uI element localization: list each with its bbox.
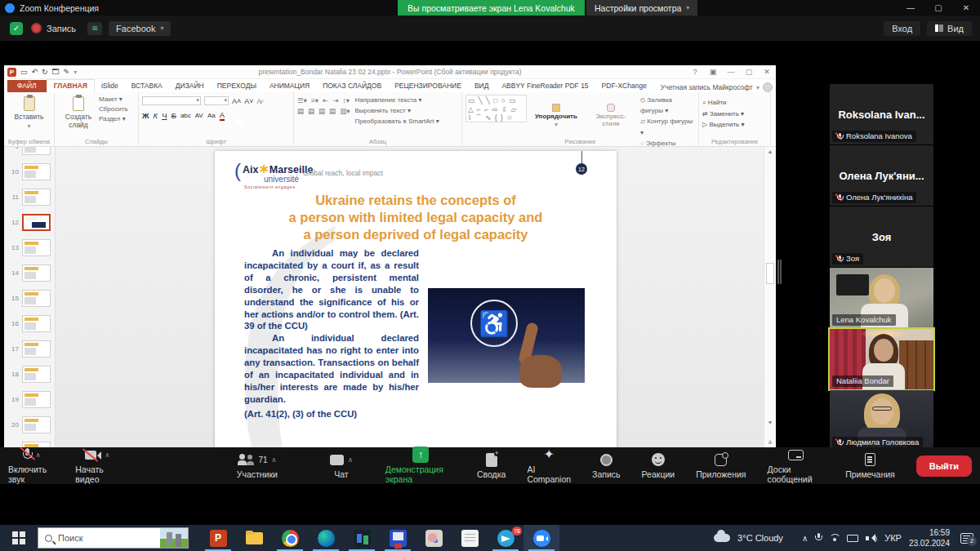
view-settings-button[interactable]: Настройки просмотра ▾ <box>586 0 697 16</box>
ppt-minimize-button[interactable]: — <box>722 68 740 76</box>
unmute-button[interactable]: ∧ Включить звук <box>8 447 54 484</box>
shape-fill-button[interactable]: ◇ Заливка фигуры ▾ <box>640 95 695 116</box>
ms-account-button[interactable]: Учетная запись Майкрософт ▾ <box>661 82 773 92</box>
smartart-button[interactable]: Преобразовать в SmartArt ▾ <box>354 116 439 127</box>
change-case-button[interactable]: Aa <box>207 112 216 119</box>
thumbnail-slide-15[interactable]: 15 <box>4 286 56 310</box>
chat-button[interactable]: ∧ Чат <box>330 452 353 479</box>
layout-button[interactable]: Макет ▾ <box>99 95 128 104</box>
thumbnail-slide-17[interactable]: 17 <box>4 336 56 361</box>
audio-options-chevron[interactable]: ∧ <box>36 451 41 459</box>
start-button[interactable] <box>0 525 38 551</box>
start-video-button[interactable]: ∧ Начать видео <box>75 447 119 484</box>
slide-thumbnail-panel[interactable]: 9 10 11 12 13 14 15 16 1 <box>4 147 56 460</box>
taskbar-telegram[interactable]: 78 <box>488 525 523 551</box>
wifi-icon[interactable] <box>829 534 840 542</box>
clear-formatting-icon[interactable]: A̷ <box>257 97 262 105</box>
minimize-button[interactable]: — <box>897 0 924 16</box>
reactions-button[interactable]: Реакции <box>642 452 675 479</box>
taskbar-zoom[interactable] <box>523 525 559 551</box>
grow-font-icon[interactable]: A˄ <box>232 97 241 105</box>
ppt-close-button[interactable]: ✕ <box>758 68 776 76</box>
participant-tile-lena-video[interactable]: Lena Kovalchuk <box>830 268 933 328</box>
arrange-button[interactable]: Упорядочить ▾ <box>531 95 581 136</box>
shape-outline-button[interactable]: ▱ Контур фигуры ▾ <box>640 116 695 137</box>
current-slide[interactable]: ( ( Aix∗Marseille université Socialement… <box>215 151 617 454</box>
taskbar-powerpoint[interactable]: P <box>200 525 236 551</box>
search-highlight-image[interactable] <box>160 528 188 548</box>
tab-slideshow[interactable]: ПОКАЗ СЛАЙДОВ <box>316 80 388 92</box>
participant-tile-olena[interactable]: Олена Лук'яни... Олена Лук'янихіна <box>830 145 933 206</box>
facebook-stream-button[interactable]: Facebook ▾ <box>109 21 171 36</box>
thumbnail-slide-14[interactable]: 14 <box>4 260 56 285</box>
replace-button[interactable]: ⇄ Заменить ▾ <box>702 109 767 120</box>
scroll-down-icon[interactable]: ▼ <box>764 420 776 425</box>
thumbnail-slide-13[interactable]: 13 <box>4 235 56 260</box>
slide-editor-canvas[interactable]: ( ( Aix∗Marseille université Socialement… <box>56 147 764 460</box>
font-size-combobox[interactable] <box>204 96 229 105</box>
notes-button[interactable]: Примечания <box>845 452 895 479</box>
security-shield-icon[interactable]: ✓ <box>10 22 23 35</box>
keyboard-icon[interactable] <box>847 535 858 542</box>
taskbar-explorer[interactable] <box>236 525 272 551</box>
strikethrough-button[interactable]: S <box>172 111 176 120</box>
scroll-up-icon[interactable]: ▲ <box>764 149 776 154</box>
indent-decrease-icon[interactable]: ⇤ <box>323 96 328 104</box>
tab-animations[interactable]: АНИМАЦИЯ <box>263 80 316 92</box>
share-screen-button[interactable]: ↑ Демонстрация экрана <box>385 447 456 484</box>
thumbnail-slide-18[interactable]: 18 <box>4 362 56 386</box>
bold-button[interactable]: Ж <box>142 111 149 120</box>
apps-button[interactable]: Приложения <box>696 452 746 479</box>
thumbnail-slide-11[interactable]: 11 <box>4 184 56 209</box>
align-center-icon[interactable]: ▤ <box>308 107 314 115</box>
char-spacing-button[interactable]: AV <box>195 112 203 119</box>
leave-meeting-button[interactable]: Выйти <box>916 455 972 477</box>
panel-resize-handle[interactable] <box>777 260 782 284</box>
shapes-gallery[interactable]: ▭ ╲ ╲ □ ○ ▭△ ⌐ ⌐ ⇨ ⇩ ▱⌇ ⌒ ∿ { } ☆ <box>466 95 527 122</box>
participants-button[interactable]: 71 ∧ Участники <box>237 452 278 479</box>
text-shadow-button[interactable]: abc <box>180 112 191 119</box>
tray-mic-icon[interactable] <box>815 533 822 543</box>
summary-button[interactable]: Сводка <box>477 452 506 479</box>
bullets-icon[interactable]: ☰▾ <box>297 96 307 104</box>
thumbnail-slide-12-selected[interactable]: 12 <box>4 210 56 234</box>
select-button[interactable]: ▷ Выделить ▾ <box>702 119 767 131</box>
ppt-ribbon-options-button[interactable]: ▣ <box>704 68 722 76</box>
action-center-icon[interactable]: 2 <box>960 533 973 544</box>
font-name-combobox[interactable] <box>142 96 201 105</box>
columns-icon[interactable]: ▥▾ <box>340 107 350 115</box>
video-options-chevron[interactable]: ∧ <box>105 451 110 459</box>
font-color-button[interactable]: А <box>220 110 225 121</box>
paste-button[interactable]: Вставить ▾ <box>7 95 51 131</box>
taskbar-edge[interactable] <box>308 525 344 551</box>
speaker-icon[interactable]: ) <box>866 534 877 543</box>
new-slide-button[interactable]: Создать слайд <box>58 95 99 136</box>
quick-styles-button[interactable]: Экспресс-стили <box>586 95 636 136</box>
weather-text[interactable]: 3°C Cloudy <box>737 533 783 543</box>
hidden-icons-chevron[interactable]: ∧ <box>802 534 808 543</box>
vertical-scrollbar[interactable]: ▲ ▼ ≜≙ <box>764 147 776 460</box>
ppt-help-button[interactable]: ? <box>686 68 704 76</box>
tab-file[interactable]: ФАЙЛ <box>7 80 47 92</box>
text-direction-button[interactable]: Направление текста ▾ <box>354 95 439 105</box>
whiteboards-button[interactable]: Доски сообщений <box>768 447 825 484</box>
reset-button[interactable]: Сбросить <box>99 104 128 114</box>
align-text-button[interactable]: Выровнять текст ▾ <box>354 105 439 116</box>
record-button[interactable]: Запись <box>592 452 620 479</box>
taskbar-app-brain[interactable] <box>416 525 452 551</box>
line-spacing-icon[interactable]: ↕▾ <box>342 96 350 104</box>
participants-chevron[interactable]: ∧ <box>272 456 277 464</box>
tab-insert[interactable]: ВСТАВКА <box>125 80 169 92</box>
numbering-icon[interactable]: ≡▾ <box>311 96 318 104</box>
tab-view[interactable]: ВИД <box>468 80 496 92</box>
participant-tile-lyudmyla-video[interactable]: Людмила Головкова <box>830 390 933 451</box>
taskbar-chrome[interactable] <box>272 525 308 551</box>
login-button[interactable]: Вход <box>884 21 920 36</box>
tab-abbyy[interactable]: ABBYY FineReader PDF 15 <box>495 80 595 92</box>
indent-increase-icon[interactable]: ⇥ <box>332 96 338 104</box>
tab-islide[interactable]: iSlide <box>95 80 125 92</box>
ppt-restore-button[interactable]: ▢ <box>740 68 758 76</box>
taskbar-app-blue[interactable] <box>380 525 416 551</box>
taskbar-clock[interactable]: 16:59 23.02.2024 <box>909 527 950 549</box>
close-button[interactable]: ✕ <box>952 0 980 16</box>
